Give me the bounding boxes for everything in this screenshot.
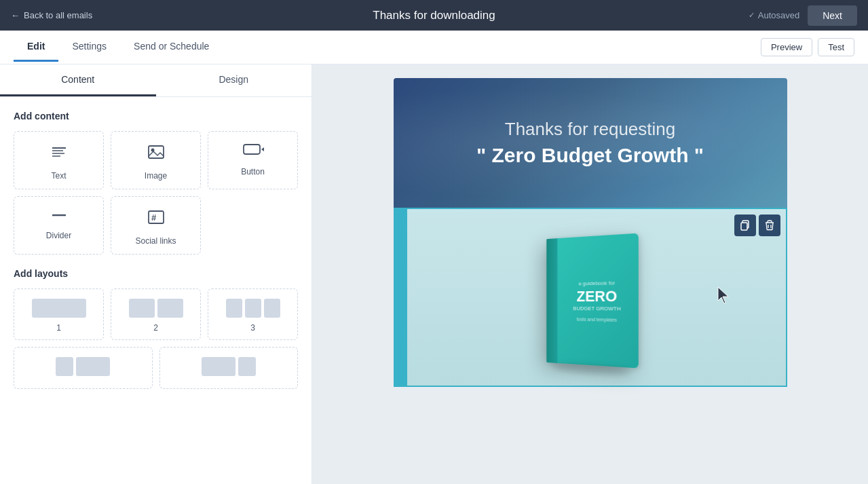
svg-rect-6 [244,145,260,154]
svg-rect-11 [741,223,747,230]
delete-block-button[interactable] [759,215,780,236]
tab-send-or-schedule[interactable]: Send or Schedule [120,33,223,62]
second-bar: Edit Settings Send or Schedule Preview T… [0,31,868,64]
main-layout: Content Design Add content Text [0,64,868,484]
sidebar-tabs: Content Design [0,64,312,97]
layout-2-label: 2 [153,323,158,333]
layout-2-col[interactable]: 2 [111,288,201,340]
book-title-line2: BUDGET GROWTH [573,305,620,312]
layout-1-label: 1 [56,323,61,333]
add-content-title: Add content [14,111,298,122]
preview-button[interactable]: Preview [761,38,812,56]
email-image-section[interactable]: a guidebook for ZERO BUDGET GROWTH tools… [394,208,787,387]
top-bar-actions: ✓ Autosaved Next [749,5,857,26]
add-content-section: Add content Text [0,97,312,396]
book-cover: a guidebook for ZERO BUDGET GROWTH tools… [546,233,639,368]
book-illustration: a guidebook for ZERO BUDGET GROWTH tools… [395,209,786,386]
book-subtitle: a guidebook for [578,280,615,286]
block-divider[interactable]: Divider [14,196,104,255]
block-text[interactable]: Text [14,131,104,189]
text-icon [50,143,69,166]
autosaved-indicator: ✓ Autosaved [749,10,799,20]
layout-1-col[interactable]: 1 [14,288,104,340]
next-button[interactable]: Next [808,5,857,26]
image-toolbar [734,215,780,236]
autosaved-label: Autosaved [758,10,799,20]
email-header-line1: Thanks for requesting [421,119,760,140]
book-wrapper: a guidebook for ZERO BUDGET GROWTH tools… [546,233,639,368]
layout-1-3-preview [56,357,110,376]
content-blocks-grid: Text Image [14,131,298,255]
back-arrow-icon: ← [11,10,20,20]
bar-actions: Preview Test [761,38,854,56]
layout-3-1-col[interactable] [159,347,299,389]
block-social-links-label: Social links [135,236,176,246]
back-button[interactable]: ← Back to all emails [11,10,92,20]
divider-icon [50,208,69,225]
sidebar-tab-design[interactable]: Design [156,64,312,96]
book-tools-label: tools and templates [576,316,616,322]
email-container: Thanks for requesting " Zero Budget Grow… [394,78,787,470]
add-layouts-title: Add layouts [14,268,298,279]
book-title-line1: ZERO [576,288,617,304]
block-button[interactable]: Button [208,131,298,189]
cursor-indicator [715,286,732,309]
block-text-label: Text [51,171,66,181]
layout-1-3-col[interactable] [14,347,153,389]
tab-settings[interactable]: Settings [58,33,120,62]
left-accent-bar [395,209,407,386]
layout-3-label: 3 [250,323,255,333]
layouts-row-2 [14,347,298,389]
layout-2-preview [129,299,183,318]
social-links-icon: # [147,208,166,231]
check-icon: ✓ [749,11,755,20]
image-icon [147,143,166,166]
sidebar: Content Design Add content Text [0,64,312,484]
book-content: a guidebook for ZERO BUDGET GROWTH tools… [557,233,638,368]
copy-block-button[interactable] [734,215,756,236]
book-spine [546,238,557,363]
button-icon [242,143,264,162]
test-button[interactable]: Test [818,38,854,56]
block-button-label: Button [241,167,265,176]
tab-edit[interactable]: Edit [14,33,58,62]
svg-rect-4 [149,146,164,158]
layout-3-col[interactable]: 3 [208,288,298,340]
email-title: Thanks for downloading [373,9,495,22]
back-label: Back to all emails [24,10,92,20]
email-header-line2: " Zero Budget Growth " [421,144,760,167]
block-divider-label: Divider [46,231,71,240]
layout-3-preview [226,299,280,318]
sidebar-tab-content[interactable]: Content [0,64,156,96]
email-header-section[interactable]: Thanks for requesting " Zero Budget Grow… [394,78,787,208]
block-social-links[interactable]: # Social links [111,196,201,255]
top-bar: ← Back to all emails Thanks for download… [0,0,868,31]
main-tabs: Edit Settings Send or Schedule [14,33,223,62]
layout-1-preview [32,299,86,318]
block-image[interactable]: Image [111,131,201,189]
block-image-label: Image [145,171,167,181]
layouts-grid: 1 2 3 [14,288,298,340]
email-canvas[interactable]: Thanks for requesting " Zero Budget Grow… [312,64,868,484]
svg-text:#: # [151,212,157,223]
layout-3-1-preview [202,357,256,376]
